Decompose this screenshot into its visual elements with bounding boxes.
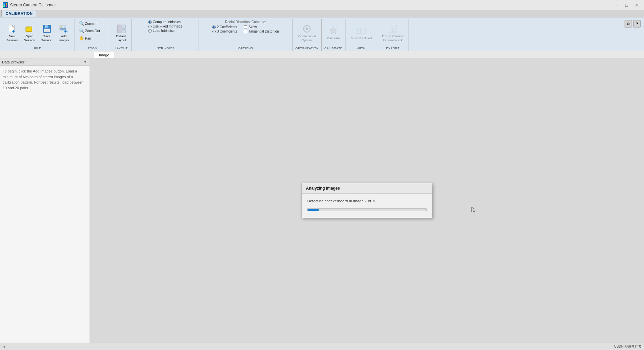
use-fixed-label: Use Fixed Intrinsics [153, 24, 182, 28]
optimization-options-button[interactable]: OptimizationOptions [296, 22, 318, 44]
analyzing-images-dialog: Analyzing Images Detecting checkerboard … [302, 183, 432, 218]
close-button[interactable]: ✕ [632, 1, 641, 9]
use-fixed-radio[interactable] [148, 25, 152, 28]
optimization-buttons: OptimizationOptions [296, 20, 318, 46]
sidebar-description: To begin, click the Add Images button. L… [0, 66, 90, 93]
zoom-out-icon: 🔍 [79, 29, 84, 33]
zoom-in-button[interactable]: 🔍 Zoom In [77, 20, 107, 27]
help-toolbar-button[interactable]: ? [633, 20, 641, 28]
ribbon-tab-bar: CALIBRATION [0, 10, 644, 17]
dialog-message: Detecting checkerboard in image 7 of 76 [307, 199, 427, 203]
scroll-left-icon: ◀ [3, 345, 5, 348]
svg-rect-18 [122, 25, 125, 29]
image-tab[interactable]: Image [94, 52, 114, 58]
dialog-title-bar: Analyzing Images [302, 183, 432, 194]
calibration-tab[interactable]: CALIBRATION [1, 10, 37, 17]
layout-buttons: DefaultLayout [114, 20, 129, 46]
status-bar: ◀ CSDN @设备行者 [0, 343, 644, 350]
add-images-button[interactable]: AddImages [56, 22, 71, 44]
export-buttons: Export CameraParameters ▼ [380, 20, 406, 46]
main-area: Data Browser ▼ To begin, click the Add I… [0, 58, 644, 343]
tangential-checkbox[interactable] [244, 30, 247, 33]
skew-row[interactable]: Skew [244, 25, 257, 29]
sidebar-collapse-button[interactable]: ▼ [83, 60, 88, 64]
coefficients-row: 2 Coefficients Skew [212, 25, 279, 29]
app-icon [3, 2, 8, 8]
svg-point-21 [306, 28, 308, 30]
svg-rect-1 [6, 3, 7, 5]
progress-bar-fill [308, 209, 319, 211]
window-title: Stereo Camera Calibrator [10, 3, 56, 7]
svg-point-14 [60, 26, 62, 28]
save-session-label: SaveSession [41, 34, 53, 42]
export-camera-button[interactable]: Export CameraParameters ▼ [380, 22, 406, 44]
radial-distortion-title: Radial Distortion: Compute: [225, 20, 266, 24]
layout-label: LAYOUT [115, 46, 127, 50]
svg-rect-10 [45, 26, 46, 28]
compute-intrinsics-radio[interactable] [148, 20, 152, 24]
skew-label: Skew [249, 25, 257, 29]
default-layout-button[interactable]: DefaultLayout [114, 22, 129, 44]
use-fixed-row[interactable]: Use Fixed Intrinsics [148, 24, 182, 28]
tangential-row[interactable]: Tangential Distortion [244, 30, 279, 33]
data-browser-label: Data Browser [2, 60, 24, 64]
minimize-button[interactable]: − [612, 1, 621, 9]
view-group: Show Rectified VIEW [345, 19, 377, 51]
modal-overlay: Analyzing Images Detecting checkerboard … [90, 58, 644, 343]
show-rectified-label: Show Rectified [351, 36, 372, 40]
coeffs-3-row[interactable]: 3 Coefficients [212, 30, 237, 33]
file-group: NewSession OpenSession [1, 19, 74, 51]
svg-rect-3 [6, 5, 7, 7]
zoom-buttons: 🔍 Zoom In 🔍 Zoom Out ✋ Pan [77, 20, 108, 46]
zoom-label: ZOOM [88, 46, 98, 50]
svg-rect-0 [3, 3, 5, 5]
optimization-label: OptimizationOptions [298, 34, 316, 42]
optimization-group: OptimizationOptions OPTIMIZATION [293, 19, 322, 51]
options-group: Radial Distortion: Compute: 2 Coefficien… [199, 19, 293, 51]
save-session-button[interactable]: SaveSession [39, 22, 55, 44]
skew-checkbox[interactable] [244, 26, 247, 29]
load-intrinsics-radio[interactable] [148, 29, 152, 33]
zoom-out-button[interactable]: 🔍 Zoom Out [77, 28, 107, 34]
coeffs-2-radio[interactable] [212, 26, 216, 29]
load-intrinsics-row[interactable]: Load Intrinsics [148, 29, 182, 33]
svg-rect-2 [3, 5, 5, 7]
svg-rect-12 [45, 30, 49, 32]
layout-group: DefaultLayout LAYOUT [111, 19, 132, 51]
restore-button[interactable]: □ [622, 1, 631, 9]
compute-intrinsics-row[interactable]: Compute Intrinsics [148, 20, 182, 24]
add-images-label: AddImages [58, 34, 69, 42]
pan-icon: ✋ [79, 36, 84, 41]
ribbon-toolbar: NewSession OpenSession [0, 17, 644, 51]
optimization-icon [302, 24, 312, 34]
default-layout-icon [117, 24, 126, 34]
calibrate-buttons: Calibrate [325, 20, 342, 46]
status-right: CSDN @设备行者 [614, 344, 641, 349]
zoom-in-label: Zoom In [85, 22, 98, 26]
calibrate-label: Calibrate [327, 36, 340, 40]
open-session-button[interactable]: OpenSession [21, 22, 38, 44]
new-session-button[interactable]: NewSession [4, 22, 20, 44]
intrinsics-group: Compute Intrinsics Use Fixed Intrinsics … [132, 19, 199, 51]
calibrate-group: Calibrate CALIBRATE [322, 19, 345, 51]
calibrate-group-label: CALIBRATE [324, 46, 342, 50]
pan-button[interactable]: ✋ Pan [77, 35, 107, 42]
tangential-label: Tangential Distortion [249, 30, 279, 33]
title-bar-left: Stereo Camera Calibrator [3, 2, 56, 8]
add-images-icon [59, 24, 68, 34]
calibrate-button[interactable]: Calibrate [325, 24, 342, 42]
save-session-icon [42, 24, 52, 34]
coeffs-2-row[interactable]: 2 Coefficients [212, 25, 237, 29]
export-group-label: EXPORT [386, 46, 399, 50]
show-rectified-button[interactable]: Show Rectified [348, 24, 374, 42]
options-content: 2 Coefficients Skew 3 Coefficients Tange… [212, 25, 279, 33]
show-rectified-icon [357, 26, 366, 36]
sidebar-help-text: To begin, click the Add Images button. L… [3, 69, 84, 90]
default-layout-label: DefaultLayout [116, 34, 126, 42]
options-label: OPTIONS [238, 46, 253, 50]
settings-toolbar-button[interactable]: ⚙ [625, 20, 632, 28]
pan-label: Pan [85, 37, 91, 40]
calibrate-icon [329, 26, 338, 36]
coeffs-3-radio[interactable] [212, 30, 216, 33]
tab-strip: Image [0, 51, 644, 58]
